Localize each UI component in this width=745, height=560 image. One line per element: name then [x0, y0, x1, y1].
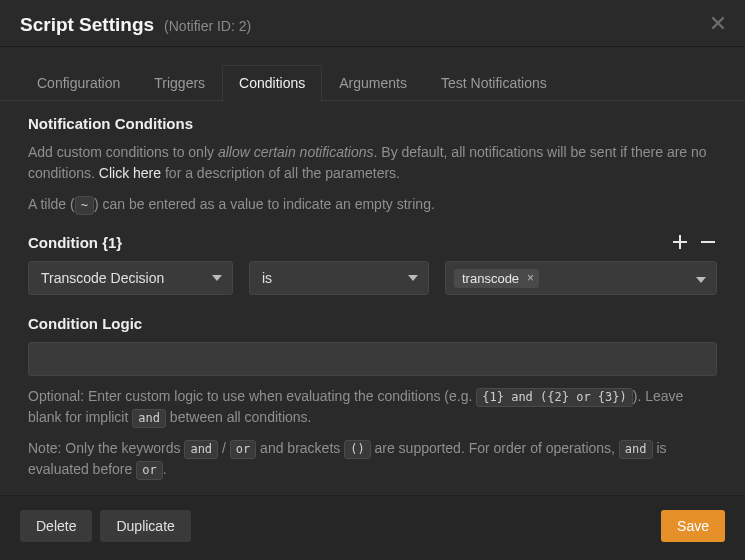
condition-logic-input[interactable]	[28, 342, 717, 376]
condition-value-tag: transcode ×	[454, 269, 539, 288]
logic-label: Condition Logic	[28, 315, 717, 332]
tab-triggers[interactable]: Triggers	[137, 65, 222, 101]
svg-rect-1	[673, 241, 687, 243]
modal-body: Notification Conditions Add custom condi…	[0, 101, 745, 495]
condition-value-input[interactable]: transcode ×	[445, 261, 717, 295]
chevron-down-icon[interactable]	[696, 270, 706, 286]
condition-parameter-select[interactable]: Transcode Decision	[28, 261, 233, 295]
condition-header: Condition {1}	[28, 233, 717, 251]
add-condition-icon[interactable]	[671, 233, 689, 251]
condition-row: Transcode Decision is transcode ×	[28, 261, 717, 295]
logic-note: Note: Only the keywords and / or and bra…	[28, 438, 717, 480]
tilde-hint: A tilde (~) can be entered as a value to…	[28, 194, 717, 215]
modal-title: Script Settings	[20, 14, 154, 36]
modal-footer: Delete Duplicate Save	[0, 495, 745, 560]
tilde-code: ~	[75, 196, 94, 215]
tab-conditions[interactable]: Conditions	[222, 65, 322, 101]
condition-label: Condition {1}	[28, 234, 122, 251]
svg-rect-2	[701, 241, 715, 243]
notifier-id: (Notifier ID: 2)	[164, 18, 251, 34]
settings-modal: Script Settings (Notifier ID: 2) Configu…	[0, 0, 745, 560]
section-title: Notification Conditions	[28, 115, 717, 132]
condition-operator-select[interactable]: is	[249, 261, 429, 295]
params-help-link[interactable]: Click here	[99, 165, 161, 181]
tab-arguments[interactable]: Arguments	[322, 65, 424, 101]
tab-bar: Configuration Triggers Conditions Argume…	[0, 65, 745, 101]
close-icon[interactable]	[709, 14, 729, 34]
remove-condition-icon[interactable]	[699, 233, 717, 251]
logic-help: Optional: Enter custom logic to use when…	[28, 386, 717, 428]
tab-test-notifications[interactable]: Test Notifications	[424, 65, 564, 101]
duplicate-button[interactable]: Duplicate	[100, 510, 190, 542]
save-button[interactable]: Save	[661, 510, 725, 542]
section-description: Add custom conditions to only allow cert…	[28, 142, 717, 184]
remove-tag-icon[interactable]: ×	[527, 272, 534, 284]
modal-header: Script Settings (Notifier ID: 2)	[0, 0, 745, 47]
tab-configuration[interactable]: Configuration	[20, 65, 137, 101]
delete-button[interactable]: Delete	[20, 510, 92, 542]
